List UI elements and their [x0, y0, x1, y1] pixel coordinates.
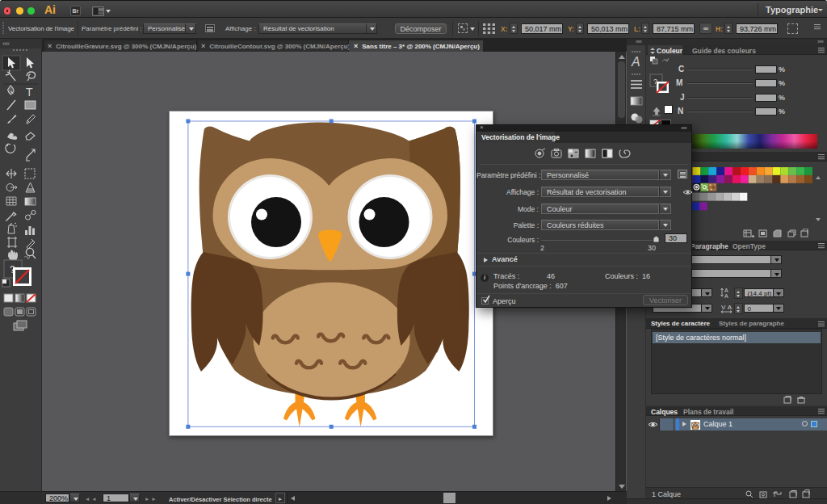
svg-text:A: A [724, 293, 728, 299]
svg-text:««: «« [2, 40, 10, 48]
svg-text:A: A [631, 55, 640, 69]
svg-text:VA: VA [721, 304, 733, 311]
svg-text:A: A [724, 288, 728, 293]
svg-text:T: T [26, 86, 33, 99]
